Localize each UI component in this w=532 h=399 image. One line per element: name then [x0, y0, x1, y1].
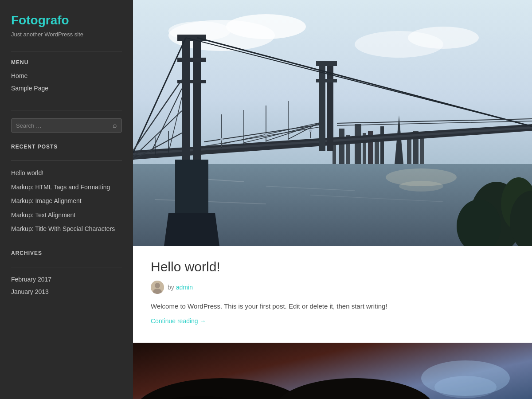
- svg-rect-26: [193, 35, 201, 164]
- svg-point-2: [226, 14, 306, 39]
- recent-post-link-0[interactable]: Hello world!: [11, 169, 43, 176]
- svg-point-82: [434, 376, 497, 398]
- recent-posts-list: Hello world! Markup: HTML Tags and Forma…: [11, 169, 122, 239]
- menu-label: MENU: [11, 59, 122, 66]
- archives-list: February 2017 January 2013: [11, 275, 122, 300]
- svg-rect-17: [420, 137, 424, 164]
- recent-post-item[interactable]: Markup: Image Alignment: [11, 197, 122, 206]
- svg-rect-56: [175, 160, 208, 213]
- svg-rect-30: [319, 62, 325, 151]
- search-form[interactable]: ⌕: [11, 118, 122, 133]
- svg-marker-57: [164, 213, 219, 246]
- main-content: Hello world! by admin Welcome to WordPre…: [133, 0, 532, 399]
- post-meta: by admin: [151, 281, 514, 294]
- archive-item[interactable]: February 2017: [11, 275, 122, 283]
- post-excerpt: Welcome to WordPress. This is your first…: [151, 301, 514, 312]
- recent-post-item[interactable]: Markup: HTML Tags and Formatting: [11, 183, 122, 192]
- sidebar-divider-search: [11, 110, 122, 110]
- svg-rect-25: [182, 35, 190, 164]
- svg-rect-28: [177, 58, 206, 62]
- svg-point-63: [399, 181, 443, 192]
- main-nav: Home Sample Page: [11, 72, 122, 97]
- recent-post-link-4[interactable]: Markup: Title With Special Characters: [11, 225, 115, 232]
- svg-rect-27: [177, 35, 206, 41]
- svg-point-71: [155, 283, 160, 288]
- svg-point-69: [309, 129, 312, 132]
- post-content-area: Hello world! by admin Welcome to WordPre…: [133, 246, 532, 338]
- post-title: Hello world!: [151, 259, 514, 274]
- recent-post-item[interactable]: Markup: Title With Special Characters: [11, 225, 122, 234]
- recent-posts-label: RECENT POSTS: [11, 144, 122, 150]
- nav-item-sample-page[interactable]: Sample Page: [11, 84, 122, 92]
- sidebar-divider-top: [11, 51, 122, 51]
- archives-label: ARCHIVES: [11, 250, 122, 256]
- author-link[interactable]: admin: [176, 284, 193, 291]
- nav-item-home[interactable]: Home: [11, 72, 122, 80]
- svg-point-5: [408, 27, 479, 49]
- archive-link-1[interactable]: January 2013: [11, 288, 49, 295]
- search-input[interactable]: [16, 122, 110, 129]
- recent-post-link-2[interactable]: Markup: Image Alignment: [11, 197, 82, 204]
- svg-point-67: [220, 138, 223, 141]
- archive-item[interactable]: January 2013: [11, 288, 122, 296]
- archive-link-0[interactable]: February 2017: [11, 276, 51, 283]
- svg-rect-33: [316, 79, 337, 82]
- nav-link-sample-page[interactable]: Sample Page: [11, 85, 48, 92]
- svg-rect-9: [355, 124, 361, 164]
- svg-rect-13: [380, 126, 384, 164]
- second-post-image: [133, 343, 532, 399]
- bridge-illustration: [133, 0, 532, 246]
- continue-reading-link[interactable]: Continue reading →: [151, 317, 206, 325]
- avatar: [151, 281, 164, 294]
- site-title: Fotografo: [11, 13, 122, 27]
- search-button[interactable]: ⌕: [110, 121, 117, 129]
- hero-image: [133, 0, 532, 246]
- site-tagline: Just another WordPress site: [11, 31, 122, 38]
- sidebar-divider-archives: [11, 267, 122, 267]
- svg-point-68: [265, 133, 267, 136]
- recent-post-link-1[interactable]: Markup: HTML Tags and Formatting: [11, 184, 110, 191]
- sidebar: Fotografo Just another WordPress site ME…: [0, 0, 133, 399]
- post-by-label: by: [168, 284, 174, 291]
- sidebar-divider-recent: [11, 160, 122, 161]
- recent-post-item[interactable]: Markup: Text Alignment: [11, 211, 122, 220]
- svg-rect-32: [316, 61, 337, 66]
- recent-post-item[interactable]: Hello world!: [11, 169, 122, 178]
- recent-post-link-3[interactable]: Markup: Text Alignment: [11, 211, 75, 219]
- svg-rect-7: [339, 129, 344, 164]
- nav-link-home[interactable]: Home: [11, 72, 27, 79]
